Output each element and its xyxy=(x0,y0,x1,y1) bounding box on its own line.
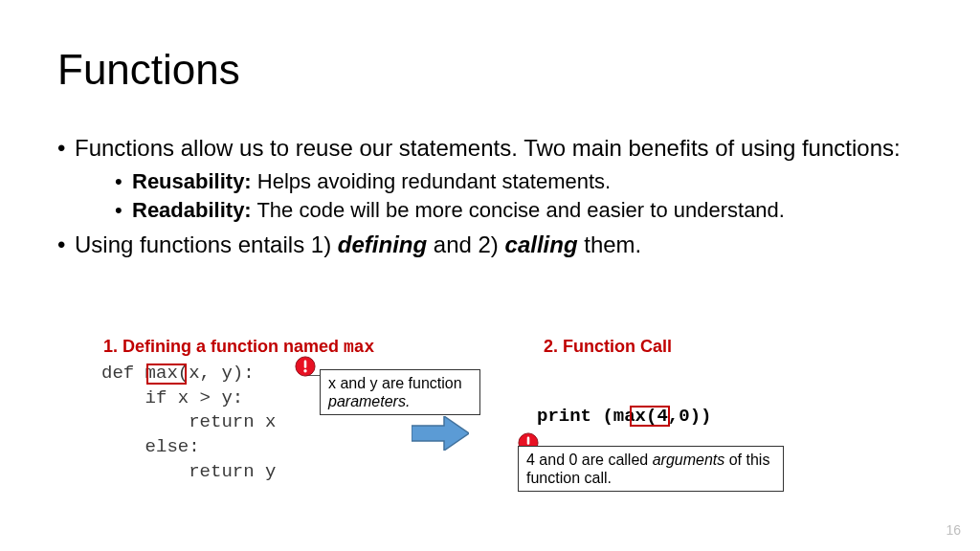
bullet-main-1: Functions allow us to reuse our statemen… xyxy=(57,134,919,223)
body-text: Functions allow us to reuse our statemen… xyxy=(57,134,919,263)
page-number: 16 xyxy=(946,522,961,538)
svg-marker-3 xyxy=(412,416,469,451)
page-title: Functions xyxy=(57,46,240,94)
params-text-a: x and y are function xyxy=(328,375,462,391)
arguments-callout: 4 and 0 are called arguments of this fun… xyxy=(518,446,784,492)
main2-b: and 2) xyxy=(427,231,504,257)
bullet-sub-2: Readability: The code will be more conci… xyxy=(115,197,919,224)
bullet-main-2: Using functions entails 1) defining and … xyxy=(57,231,919,259)
highlight-box-call-max xyxy=(630,406,670,427)
svg-point-2 xyxy=(303,369,306,372)
slide: Functions Functions allow us to reuse ou… xyxy=(0,0,980,551)
section-2-label: 2. Function Call xyxy=(544,337,672,357)
sub1-text: Helps avoiding redundant statements. xyxy=(252,169,611,193)
args-text-b: arguments xyxy=(653,452,725,468)
bullet-sub-1: Reusability: Helps avoiding redundant st… xyxy=(115,168,919,195)
code-call: print (max(4,0)) xyxy=(537,406,711,427)
highlight-box-def-max xyxy=(146,364,187,385)
params-text-b: parameters. xyxy=(328,393,410,409)
right-arrow-icon xyxy=(412,416,469,451)
section-1-label: 1. Defining a function named max xyxy=(103,337,374,357)
main2-call: calling xyxy=(505,231,578,257)
section-1-text: 1. Defining a function named xyxy=(103,337,344,356)
args-text-a: 4 and 0 are called xyxy=(526,452,653,468)
exclaim-circle-icon xyxy=(295,356,316,377)
svg-rect-1 xyxy=(304,361,307,368)
bullet-main-1-text: Functions allow us to reuse our statemen… xyxy=(75,135,901,161)
sub2-label: Readability: xyxy=(132,198,252,222)
code-definition: def max(x, y): if x > y: return x else: … xyxy=(101,362,276,484)
svg-rect-5 xyxy=(527,437,530,445)
main2-c: them. xyxy=(578,231,642,257)
main2-def: defining xyxy=(338,231,427,257)
main2-a: Using functions entails 1) xyxy=(75,231,338,257)
parameters-callout: x and y are function parameters. xyxy=(320,369,480,415)
sub2-text: The code will be more concise and easier… xyxy=(252,198,785,222)
section-1-mono: max xyxy=(344,338,374,357)
sub1-label: Reusability: xyxy=(132,169,252,193)
